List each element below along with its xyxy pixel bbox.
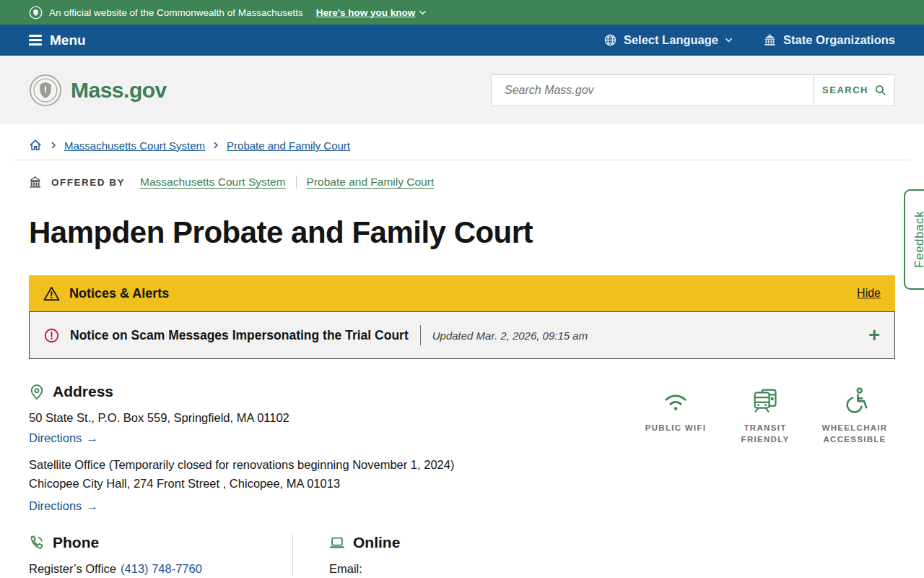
- satellite-office-title: Satellite Office (Temporarily closed for…: [29, 455, 635, 474]
- main-address: 50 State St., P.O. Box 559, Springfield,…: [29, 411, 635, 425]
- search-button-label: SEARCH: [822, 85, 868, 95]
- arrow-right-icon: →: [86, 499, 98, 513]
- state-seal-icon: [29, 6, 43, 20]
- state-organizations-link[interactable]: State Organizations: [763, 33, 895, 47]
- feedback-tab[interactable]: Feedback: [904, 189, 924, 290]
- hide-alerts-link[interactable]: Hide: [857, 287, 881, 300]
- address-section: Address 50 State St., P.O. Box 559, Spri…: [29, 383, 895, 513]
- notice-row: Notice on Scam Messages Impersonating th…: [29, 311, 895, 359]
- massgov-logo[interactable]: Mass.gov: [29, 74, 167, 107]
- feedback-tab-label: Feedback: [907, 211, 924, 268]
- notices-alerts-block: Notices & Alerts Hide Notice on Scam Mes…: [29, 275, 895, 359]
- hamburger-icon: [29, 35, 42, 46]
- massgov-logo-text: Mass.gov: [71, 78, 167, 103]
- globe-icon: [603, 33, 617, 47]
- transit-icon: [725, 386, 806, 415]
- chevron-right-icon: [212, 142, 219, 149]
- menu-label: Menu: [50, 33, 86, 48]
- heres-how-you-know-toggle[interactable]: Here's how you know: [316, 7, 427, 18]
- chevron-down-icon: [725, 36, 733, 44]
- state-organizations-label: State Organizations: [783, 33, 895, 47]
- breadcrumb-divider: [14, 160, 910, 160]
- wifi-icon: [635, 386, 716, 415]
- breadcrumb-probate-family-court[interactable]: Probate and Family Court: [227, 139, 350, 152]
- notice-title-link[interactable]: Notice on Scam Messages Impersonating th…: [70, 328, 409, 343]
- notices-alerts-title: Notices & Alerts: [69, 286, 169, 301]
- phone-heading: Phone: [53, 534, 99, 551]
- amenity-public-wifi: PUBLIC WIFI: [635, 386, 716, 513]
- search-button[interactable]: SEARCH: [814, 75, 894, 105]
- offered-by-probate-court-link[interactable]: Probate and Family Court: [307, 176, 435, 189]
- vertical-divider: [420, 325, 421, 345]
- phone-icon: [29, 534, 45, 551]
- massgov-seal-icon: [29, 74, 62, 107]
- location-pin-icon: [29, 383, 45, 400]
- online-heading: Online: [353, 534, 400, 551]
- directions-link-main[interactable]: Directions→: [29, 431, 98, 445]
- arrow-right-icon: →: [86, 431, 98, 445]
- official-banner-text: An official website of the Commonwealth …: [49, 7, 303, 18]
- amenity-label: TRANSIT FRIENDLY: [725, 423, 806, 445]
- official-banner: An official website of the Commonwealth …: [0, 0, 924, 25]
- alert-exclamation-icon: [44, 328, 59, 343]
- amenity-label: WHEELCHAIR ACCESSIBLE: [814, 423, 895, 445]
- warning-triangle-icon: [43, 286, 60, 301]
- amenity-transit-friendly: TRANSIT FRIENDLY: [725, 386, 806, 513]
- directions-link-satellite[interactable]: Directions→: [29, 499, 98, 513]
- expand-notice-button[interactable]: +: [868, 328, 880, 342]
- satellite-office-address: Chicopee City Hall, 274 Front Street , C…: [29, 474, 635, 493]
- capitol-building-icon: [29, 176, 42, 188]
- site-header: Mass.gov SEARCH: [0, 56, 924, 124]
- chevron-down-icon: [419, 9, 427, 17]
- main-navbar: Menu Select Language State Organizations: [0, 25, 924, 56]
- email-label: Email:: [329, 562, 362, 576]
- chevron-right-icon: [50, 142, 57, 149]
- home-icon[interactable]: [29, 139, 43, 152]
- offered-by-row: OFFERED BY Massachusetts Court System Pr…: [29, 176, 895, 189]
- contact-section: Phone Register’s Office (413) 748-7760 O…: [29, 534, 895, 576]
- breadcrumb-court-system[interactable]: Massachusetts Court System: [64, 139, 205, 152]
- search-icon: [874, 84, 886, 96]
- site-search: SEARCH: [491, 74, 895, 106]
- page-title: Hampden Probate and Family Court: [29, 215, 895, 251]
- phone-number-link[interactable]: (413) 748-7760: [121, 562, 202, 576]
- wheelchair-icon: [814, 386, 895, 415]
- breadcrumb: Massachusetts Court System Probate and F…: [29, 139, 895, 152]
- notices-alerts-header: Notices & Alerts Hide: [29, 275, 895, 311]
- capitol-building-icon: [763, 33, 777, 47]
- amenity-wheelchair-accessible: WHEELCHAIR ACCESSIBLE: [814, 386, 895, 513]
- select-language-button[interactable]: Select Language: [603, 33, 733, 47]
- select-language-label: Select Language: [624, 33, 718, 47]
- search-input[interactable]: [492, 75, 814, 105]
- amenity-label: PUBLIC WIFI: [635, 423, 716, 434]
- notice-updated-timestamp: Updated Mar. 2, 2026, 09:15 am: [432, 329, 588, 342]
- offered-by-court-system-link[interactable]: Massachusetts Court System: [140, 176, 286, 189]
- offered-by-label: OFFERED BY: [51, 177, 125, 188]
- phone-office-label: Register’s Office: [29, 562, 116, 576]
- laptop-icon: [329, 534, 345, 551]
- vertical-divider: [296, 176, 297, 189]
- address-heading: Address: [53, 383, 113, 400]
- menu-button[interactable]: Menu: [29, 33, 86, 48]
- amenities: PUBLIC WIFI TRANSIT FRIENDLY WHEELCHAIR …: [635, 386, 895, 513]
